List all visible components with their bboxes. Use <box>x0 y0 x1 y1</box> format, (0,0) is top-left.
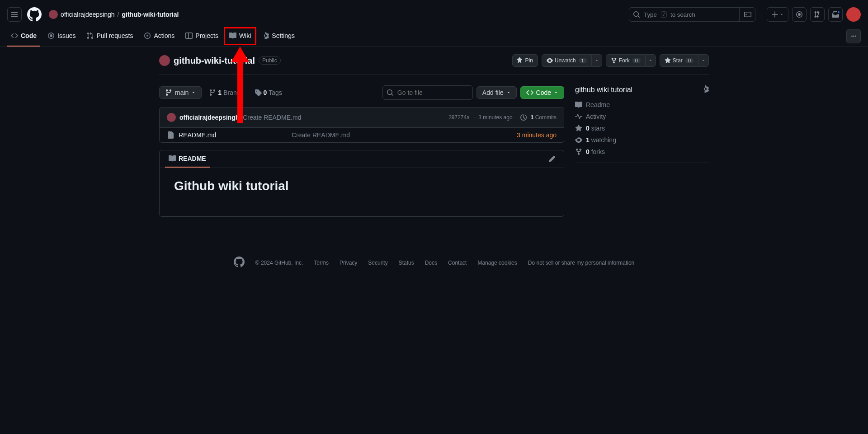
tab-wiki[interactable]: Wiki <box>226 25 255 47</box>
global-search-button[interactable]: Type / to search <box>629 7 755 22</box>
code-icon <box>11 32 18 39</box>
footer-logo[interactable] <box>234 257 245 269</box>
search-suffix: to search <box>670 11 695 18</box>
footer-dns[interactable]: Do not sell or share my personal informa… <box>528 260 634 266</box>
tab-pulls[interactable]: Pull requests <box>83 25 137 47</box>
unwatch-button[interactable]: Unwatch 1 <box>542 54 591 67</box>
book-icon <box>169 155 176 162</box>
create-new-button[interactable] <box>767 7 788 22</box>
footer-terms[interactable]: Terms <box>314 260 329 266</box>
footer-cookies[interactable]: Manage cookies <box>477 260 517 266</box>
readme-edit-button[interactable] <box>546 153 558 165</box>
repo-owner-avatar[interactable] <box>159 55 170 66</box>
search-icon <box>387 89 394 96</box>
footer-docs[interactable]: Docs <box>425 260 437 266</box>
issues-button[interactable] <box>792 7 807 22</box>
commit-message[interactable]: Create README.md <box>243 114 301 121</box>
nav-overflow-button[interactable] <box>846 29 861 43</box>
tab-projects[interactable]: Projects <box>182 25 222 47</box>
tab-projects-label: Projects <box>195 32 218 39</box>
fork-button[interactable]: Fork 0 <box>606 54 645 67</box>
file-row[interactable]: README.md Create README.md 3 minutes ago <box>160 128 564 142</box>
sidebar-activity-label: Activity <box>586 113 606 120</box>
hamburger-menu-button[interactable] <box>7 7 22 22</box>
files-list: README.md Create README.md 3 minutes ago <box>159 128 564 143</box>
tab-issues[interactable]: Issues <box>44 25 79 47</box>
footer-copyright: © 2024 GitHub, Inc. <box>255 260 303 266</box>
commit-sha[interactable]: 397274a <box>448 114 470 121</box>
breadcrumb-owner[interactable]: officialrajdeepsingh <box>61 11 115 18</box>
file-commit-message[interactable]: Create README.md <box>292 131 509 139</box>
sidebar-readme-link[interactable]: Readme <box>575 101 709 108</box>
chevron-down-icon <box>506 90 511 95</box>
notifications-button[interactable] <box>828 7 843 22</box>
code-download-button[interactable]: Code <box>520 86 564 99</box>
sidebar-watching-link[interactable]: 1 watching <box>575 136 709 144</box>
stars-count: 0 <box>586 125 590 132</box>
sidebar-stars-link[interactable]: 0 stars <box>575 125 709 132</box>
pencil-icon <box>548 155 556 163</box>
star-button[interactable]: Star 0 <box>660 54 698 67</box>
issues-icon <box>796 11 803 18</box>
branches-link[interactable]: 1 Branch <box>205 89 247 96</box>
readme-tab[interactable]: README <box>165 150 210 168</box>
fork-dropdown[interactable] <box>645 54 656 67</box>
tab-actions-label: Actions <box>154 32 175 39</box>
tab-actions[interactable]: Actions <box>140 25 178 47</box>
chevron-down-icon <box>779 12 784 17</box>
footer-privacy[interactable]: Privacy <box>340 260 357 266</box>
addfile-button[interactable]: Add file <box>476 86 517 99</box>
commit-author-avatar[interactable] <box>167 113 176 122</box>
tags-link[interactable]: 0 Tags <box>251 89 286 96</box>
pull-requests-button[interactable] <box>810 7 825 22</box>
tab-code[interactable]: Code <box>7 25 40 47</box>
forks-label: forks <box>591 148 605 155</box>
file-icon <box>167 131 174 139</box>
footer-contact[interactable]: Contact <box>448 260 467 266</box>
breadcrumb-repo[interactable]: github-wiki-tutorial <box>122 11 179 18</box>
fork-label: Fork <box>619 57 630 64</box>
unwatch-dropdown[interactable] <box>591 54 602 67</box>
goto-file-wrapper[interactable]: t <box>382 85 473 100</box>
branches-count: 1 <box>218 89 222 96</box>
footer-security[interactable]: Security <box>368 260 387 266</box>
branches-label: Branch <box>223 89 243 96</box>
footer: © 2024 GitHub, Inc. Terms Privacy Securi… <box>159 238 709 287</box>
addfile-label: Add file <box>482 89 504 96</box>
file-toolbar: main 1 Branch 0 Tags t <box>159 85 564 100</box>
pull-request-icon <box>814 11 821 18</box>
sidebar-forks-link[interactable]: 0 forks <box>575 148 709 155</box>
tab-settings[interactable]: Settings <box>258 25 298 47</box>
commits-link[interactable]: 1 Commits <box>531 114 557 121</box>
github-logo[interactable] <box>27 7 42 22</box>
pin-button[interactable]: Pin <box>512 54 538 67</box>
tags-label: Tags <box>269 89 282 96</box>
file-time: 3 minutes ago <box>517 131 557 139</box>
gear-icon <box>702 85 709 93</box>
footer-status[interactable]: Status <box>399 260 414 266</box>
branch-select-button[interactable]: main <box>159 86 202 99</box>
plus-icon <box>771 11 778 18</box>
tab-wiki-label: Wiki <box>239 32 251 39</box>
pull-request-icon <box>86 32 94 39</box>
play-icon <box>144 32 151 39</box>
code-label: Code <box>536 89 551 96</box>
fork-icon <box>575 148 582 155</box>
projects-icon <box>185 32 193 39</box>
fork-icon <box>611 57 617 64</box>
readme-box: README Github wiki tutorial <box>159 150 564 217</box>
commit-author[interactable]: officialrajdeepsingh <box>179 114 239 121</box>
star-dropdown[interactable] <box>698 54 709 67</box>
about-settings-button[interactable] <box>702 85 709 94</box>
file-name: README.md <box>179 131 216 139</box>
user-avatar[interactable] <box>846 7 861 22</box>
sidebar-activity-link[interactable]: Activity <box>575 113 709 120</box>
owner-avatar[interactable] <box>49 10 58 19</box>
goto-file-input[interactable] <box>397 89 476 96</box>
eye-icon <box>547 57 553 64</box>
pulse-icon <box>575 113 582 120</box>
tab-pulls-label: Pull requests <box>96 32 133 39</box>
tag-icon <box>255 89 262 96</box>
repo-header: github-wiki-tutorial Public Pin Unwatch … <box>159 54 709 75</box>
top-header: officialrajdeepsingh / github-wiki-tutor… <box>0 0 868 25</box>
